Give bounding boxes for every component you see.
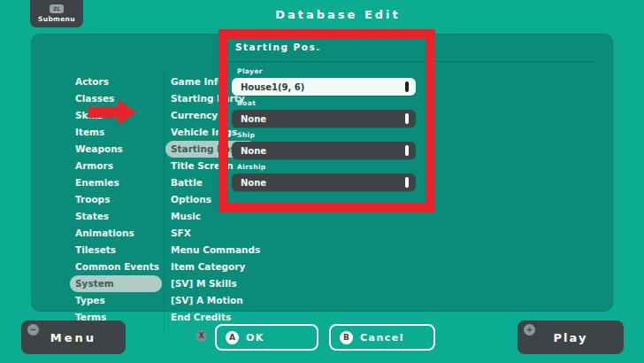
submenu-button[interactable]: ZL Submenu bbox=[30, 0, 83, 27]
b-button-icon: B bbox=[340, 331, 353, 344]
field-group-ship: Ship None bbox=[232, 131, 416, 159]
submenu-button-label: Submenu bbox=[38, 15, 75, 23]
sidebar-item-animations[interactable]: Animations bbox=[70, 225, 162, 242]
plus-button-icon: + bbox=[524, 324, 535, 336]
minus-button-icon: − bbox=[27, 324, 39, 336]
cancel-button-label: Cancel bbox=[360, 332, 404, 344]
menu-button-label: Menu bbox=[50, 331, 96, 344]
ship-field[interactable]: None bbox=[232, 142, 416, 159]
ok-button[interactable]: A OK bbox=[215, 324, 318, 351]
value-indicator-bar bbox=[405, 113, 409, 124]
cancel-button[interactable]: B Cancel bbox=[329, 324, 435, 351]
airship-field-value: None bbox=[241, 178, 266, 188]
sidebar-item-enemies[interactable]: Enemies bbox=[70, 174, 162, 191]
submenu-item-menu-commands[interactable]: Menu Commands bbox=[165, 242, 257, 259]
sidebar-list: Actors Classes Skills Items Weapons Armo… bbox=[70, 73, 162, 326]
player-field-value: House1(9, 6) bbox=[241, 82, 304, 92]
sidebar-item-tilesets[interactable]: Tilesets bbox=[70, 242, 162, 259]
play-button-label: Play bbox=[554, 331, 588, 344]
zl-button-icon: ZL bbox=[50, 4, 64, 13]
page-title: Database Edit bbox=[32, 8, 644, 21]
ok-button-label: OK bbox=[246, 332, 264, 344]
airship-field-label: Airship bbox=[237, 163, 416, 171]
a-button-icon: A bbox=[226, 331, 239, 344]
sidebar-item-system[interactable]: System bbox=[70, 275, 162, 292]
detail-header-divider bbox=[228, 61, 594, 62]
submenu-item-sv-m-skills[interactable]: [SV] M Skills bbox=[165, 275, 257, 292]
play-button[interactable]: + Play bbox=[518, 321, 624, 354]
value-indicator-bar bbox=[405, 81, 409, 92]
column-divider bbox=[164, 73, 165, 335]
field-group-player: Player House1(9, 6) bbox=[232, 67, 416, 96]
submenu-item-item-category[interactable]: Item Category bbox=[165, 259, 257, 275]
detail-panel-title: Starting Pos. bbox=[235, 42, 321, 52]
x-button-icon: X bbox=[196, 330, 207, 342]
boat-field-label: Boat bbox=[237, 99, 416, 107]
sidebar-item-weapons[interactable]: Weapons bbox=[70, 141, 162, 158]
submenu-item-options[interactable]: Options bbox=[165, 191, 257, 208]
sidebar-item-states[interactable]: States bbox=[70, 208, 162, 225]
boat-field[interactable]: None bbox=[232, 110, 416, 127]
sidebar-item-actors[interactable]: Actors bbox=[70, 73, 162, 90]
field-group-airship: Airship None bbox=[232, 163, 416, 191]
sidebar-item-armors[interactable]: Armors bbox=[70, 158, 162, 174]
boat-field-value: None bbox=[241, 114, 266, 124]
airship-field[interactable]: None bbox=[232, 174, 416, 191]
ship-field-label: Ship bbox=[237, 131, 416, 139]
sidebar-item-types[interactable]: Types bbox=[70, 292, 162, 309]
sidebar-item-items[interactable]: Items bbox=[70, 124, 162, 141]
submenu-item-sfx[interactable]: SFX bbox=[165, 225, 257, 242]
player-field-label: Player bbox=[237, 67, 416, 75]
ship-field-value: None bbox=[241, 146, 266, 156]
value-indicator-bar bbox=[405, 145, 409, 156]
sidebar-item-common-events[interactable]: Common Events bbox=[70, 259, 162, 275]
submenu-item-music[interactable]: Music bbox=[165, 208, 257, 225]
player-field[interactable]: House1(9, 6) bbox=[232, 78, 416, 96]
field-group-boat: Boat None bbox=[232, 99, 416, 127]
sidebar-item-classes[interactable]: Classes bbox=[70, 90, 162, 107]
menu-button[interactable]: − Menu bbox=[21, 321, 126, 354]
value-indicator-bar bbox=[405, 177, 409, 188]
sidebar-item-skills[interactable]: Skills bbox=[70, 107, 162, 124]
sidebar-item-troops[interactable]: Troops bbox=[70, 191, 162, 208]
submenu-item-sv-a-motion[interactable]: [SV] A Motion bbox=[165, 292, 257, 309]
